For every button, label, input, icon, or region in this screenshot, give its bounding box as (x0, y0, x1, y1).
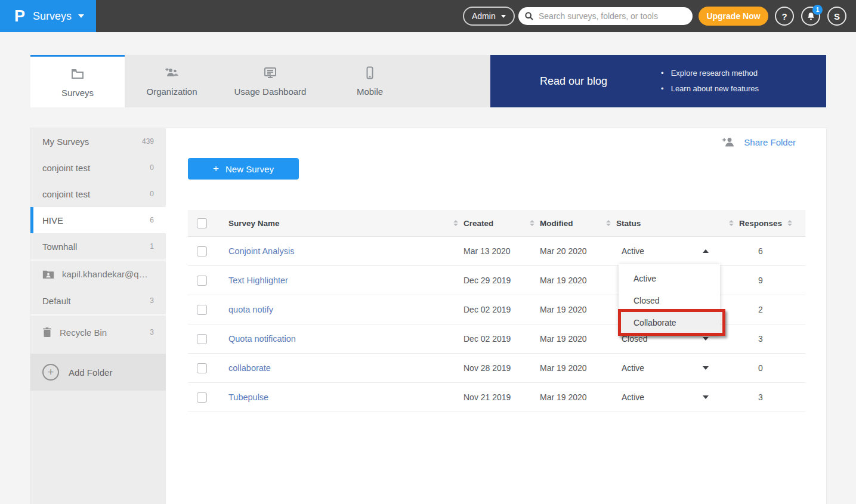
survey-name-link[interactable]: collaborate (221, 363, 453, 373)
modified-date: Mar 19 2020 (530, 392, 606, 402)
search-input[interactable] (539, 11, 687, 21)
caret-down-icon (703, 395, 709, 399)
people-add-icon (164, 66, 180, 80)
status-option-active[interactable]: Active (619, 267, 720, 289)
status-dropdown-trigger[interactable]: Closed (606, 334, 716, 344)
survey-list-panel: Share Folder + New Survey Survey Name Cr… (166, 128, 826, 504)
caret-up-icon (703, 249, 709, 253)
trash-icon (42, 327, 52, 338)
modified-date: Mar 19 2020 (530, 363, 606, 373)
folder-icon (70, 67, 85, 81)
caret-down-icon (703, 337, 709, 341)
share-folder-label: Share Folder (744, 137, 796, 147)
tab-mobile[interactable]: Mobile (322, 55, 418, 107)
sidebar-item-shared-account[interactable]: kapil.khandekar@que… (30, 261, 166, 287)
created-date: Dec 02 2019 (453, 305, 530, 314)
row-checkbox[interactable] (197, 363, 207, 373)
column-header-survey-name[interactable]: Survey Name (221, 219, 453, 228)
select-all-checkbox[interactable] (197, 218, 207, 228)
sidebar-item-my-surveys[interactable]: My Surveys 439 (30, 128, 166, 154)
table-row: Conjoint AnalysisMar 13 2020Mar 20 2020A… (188, 237, 805, 266)
product-label: Surveys (33, 10, 72, 23)
table-row: collaborateNov 28 2019Mar 19 2020Active0 (188, 354, 805, 383)
folder-sidebar: My Surveys 439 conjoint test 0 conjoint … (30, 128, 166, 504)
new-survey-label: New Survey (225, 164, 274, 174)
question-mark-icon: ? (781, 11, 787, 21)
survey-name-link[interactable]: quota notify (221, 305, 453, 314)
primary-tabs: Surveys Organization Usage Dashboard Mob… (30, 55, 826, 107)
column-header-modified[interactable]: Modified (530, 219, 606, 228)
responses-count: 3 (716, 334, 805, 344)
column-header-responses[interactable]: Responses (716, 219, 805, 228)
checkbox-cell (188, 334, 221, 344)
brand-logo: P (14, 7, 25, 26)
row-checkbox[interactable] (197, 334, 207, 344)
folder-label: My Surveys (42, 137, 89, 147)
survey-name-link[interactable]: Tubepulse (221, 392, 453, 402)
folder-label: Default (42, 296, 71, 306)
survey-name-link[interactable]: Quota notification (221, 334, 453, 344)
status-dropdown-trigger[interactable]: Active (606, 363, 716, 373)
sort-icon[interactable] (453, 220, 458, 226)
sort-icon[interactable] (729, 220, 734, 226)
sort-icon[interactable] (606, 220, 611, 226)
sidebar-item-townhall[interactable]: Townhall 1 (30, 233, 166, 259)
notification-badge: 1 (812, 5, 823, 15)
sidebar-item-default[interactable]: Default 3 (30, 287, 166, 314)
tab-surveys[interactable]: Surveys (30, 55, 125, 107)
sort-icon[interactable] (787, 220, 792, 226)
status-label: Active (622, 363, 644, 373)
status-dropdown-trigger[interactable]: Active (606, 246, 716, 256)
modified-date: Mar 19 2020 (530, 334, 606, 344)
admin-menu[interactable]: Admin (463, 7, 515, 26)
checkbox-cell (188, 305, 221, 315)
global-search (518, 7, 693, 25)
folder-count: 6 (150, 216, 154, 224)
folder-count: 0 (150, 190, 154, 198)
status-option-collaborate[interactable]: Collaborate (619, 311, 720, 333)
row-checkbox[interactable] (197, 276, 207, 286)
checkbox-cell (188, 246, 221, 256)
survey-table-header: Survey Name Created Modified Status Resp… (188, 210, 805, 237)
checkbox-cell (188, 363, 221, 373)
folder-label: conjoint test (42, 163, 90, 173)
row-checkbox[interactable] (197, 392, 207, 403)
sort-icon[interactable] (530, 220, 534, 226)
row-checkbox[interactable] (197, 246, 207, 256)
status-label: Active (622, 392, 644, 402)
product-menu[interactable]: P Surveys (0, 0, 96, 32)
checkbox-cell (188, 276, 221, 286)
responses-count: 9 (716, 276, 805, 285)
folder-count: 0 (150, 163, 154, 172)
folder-label: Townhall (42, 242, 77, 252)
user-avatar[interactable]: S (827, 7, 846, 26)
tab-usage-dashboard[interactable]: Usage Dashboard (219, 55, 322, 107)
created-date: Dec 29 2019 (453, 276, 530, 285)
new-survey-button[interactable]: + New Survey (188, 158, 299, 180)
row-checkbox[interactable] (197, 305, 207, 315)
status-option-closed[interactable]: Closed (619, 289, 720, 311)
tab-label: Surveys (61, 88, 94, 98)
sidebar-item-recycle-bin[interactable]: Recycle Bin 3 (30, 316, 166, 349)
folder-count: 1 (150, 242, 154, 251)
survey-name-link[interactable]: Conjoint Analysis (221, 246, 453, 256)
chevron-down-icon (501, 15, 506, 18)
add-folder-button[interactable]: + Add Folder (30, 354, 166, 391)
help-button[interactable]: ? (775, 7, 794, 26)
sidebar-item-conjoint-test-1[interactable]: conjoint test 0 (30, 154, 166, 181)
status-dropdown-trigger[interactable]: Active (606, 392, 716, 402)
responses-count: 3 (716, 392, 805, 402)
blog-banner[interactable]: Read our blog Explore research methodLea… (490, 55, 826, 107)
upgrade-now-button[interactable]: Upgrade Now (699, 7, 768, 26)
share-folder-link[interactable]: Share Folder (722, 137, 796, 147)
sidebar-item-hive[interactable]: HIVE 6 (30, 207, 166, 233)
created-date: Dec 02 2019 (453, 334, 530, 344)
folder-label: HIVE (42, 215, 63, 225)
notifications-button[interactable]: 1 (801, 7, 820, 26)
column-header-status[interactable]: Status (606, 219, 716, 228)
survey-name-link[interactable]: Text Highlighter (221, 276, 453, 285)
folder-label: kapil.khandekar@que… (62, 269, 152, 279)
sidebar-item-conjoint-test-2[interactable]: conjoint test 0 (30, 181, 166, 207)
tab-organization[interactable]: Organization (125, 55, 219, 107)
column-header-created[interactable]: Created (453, 219, 530, 228)
